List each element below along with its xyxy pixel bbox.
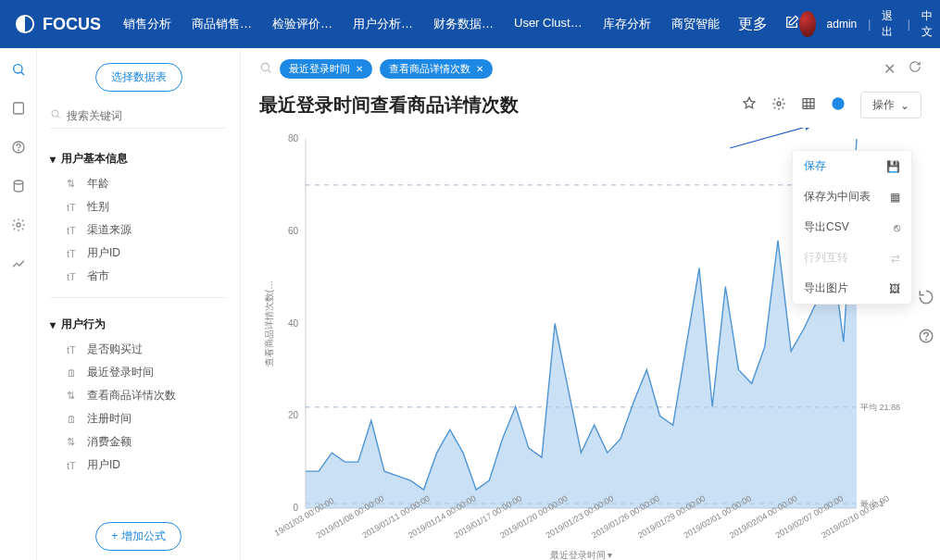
nav-item[interactable]: 用户分析… <box>353 16 413 32</box>
add-formula-button[interactable]: + 增加公式 <box>95 522 181 551</box>
nav-item[interactable]: User Clust… <box>514 16 583 32</box>
download-icon: ⎋ <box>894 221 900 234</box>
user-name[interactable]: admin <box>827 18 858 31</box>
nav-item[interactable]: 库存分析 <box>603 16 651 32</box>
svg-rect-2 <box>13 103 23 114</box>
svg-text:20: 20 <box>288 410 299 420</box>
pin-icon[interactable] <box>742 96 757 115</box>
search-icon[interactable] <box>10 61 27 78</box>
menu-save-as[interactable]: 保存为中间表▦ <box>793 181 911 212</box>
field-row[interactable]: ⇅年龄 <box>50 172 227 195</box>
field-row[interactable]: tT是否购买过 <box>50 338 227 361</box>
table-icon[interactable] <box>801 96 816 115</box>
bookmark-icon[interactable] <box>10 100 27 117</box>
nav-more[interactable]: 更多 <box>738 15 768 34</box>
svg-rect-10 <box>803 98 814 108</box>
menu-export-csv[interactable]: 导出CSV⎋ <box>793 212 911 243</box>
nav-item[interactable]: 商品销售… <box>192 16 252 32</box>
field-row[interactable]: tT性别 <box>50 195 227 218</box>
nav-item[interactable]: 销售分析 <box>123 16 171 32</box>
svg-text:0: 0 <box>293 503 298 513</box>
chart-icon[interactable] <box>831 96 846 115</box>
operation-button[interactable]: 操作⌄ <box>860 92 921 118</box>
svg-point-4 <box>18 150 19 151</box>
svg-point-5 <box>14 180 22 184</box>
save-icon: 💾 <box>886 160 900 173</box>
query-chip[interactable]: 最近登录时间✕ <box>280 59 372 79</box>
search-icon[interactable] <box>259 61 272 78</box>
field-row[interactable]: tT用户ID <box>50 454 227 477</box>
svg-text:40: 40 <box>288 318 299 329</box>
help-circle-icon[interactable] <box>918 328 934 348</box>
database-icon[interactable] <box>10 178 27 194</box>
query-row: 最近登录时间✕ 查看商品详情次数✕ ✕ <box>241 48 940 86</box>
group-user-basic[interactable]: ▾用户基本信息 <box>50 151 227 167</box>
menu-export-image[interactable]: 导出图片🖼 <box>793 273 911 304</box>
close-icon[interactable]: ✕ <box>476 64 483 74</box>
svg-line-39 <box>730 128 812 148</box>
query-chip[interactable]: 查看商品详情次数✕ <box>380 59 493 79</box>
main: 最近登录时间✕ 查看商品详情次数✕ ✕ 最近登录时间查看商品详情次数 操作⌄ 保… <box>241 48 940 560</box>
close-icon[interactable]: ✕ <box>356 64 363 74</box>
field-row[interactable]: tT省市 <box>50 265 227 288</box>
svg-text:查看商品详情次数(…: 查看商品详情次数(… <box>264 280 274 367</box>
svg-point-1 <box>13 65 21 73</box>
trend-icon[interactable] <box>10 255 27 272</box>
choose-table-button[interactable]: 选择数据表 <box>95 63 182 92</box>
nav-item[interactable]: 检验评价… <box>272 16 332 32</box>
group-user-behavior[interactable]: ▾用户行为 <box>50 317 227 332</box>
avatar[interactable] <box>799 11 816 37</box>
field-row[interactable]: tT渠道来源 <box>50 218 227 242</box>
svg-point-41 <box>926 339 927 340</box>
chevron-down-icon: ⌄ <box>900 99 909 112</box>
field-row[interactable]: ⇅查看商品详情次数 <box>50 384 227 407</box>
nav-item[interactable]: 商贸智能 <box>671 16 720 32</box>
gear-icon[interactable] <box>10 217 27 233</box>
gear-icon[interactable] <box>771 96 786 115</box>
logout-link[interactable]: 退出 <box>882 8 896 40</box>
field-row[interactable]: tT用户ID <box>50 242 227 265</box>
title-row: 最近登录时间查看商品详情次数 操作⌄ <box>241 86 940 128</box>
field-row[interactable]: 🗓注册时间 <box>50 407 227 430</box>
svg-text:平均 21.88: 平均 21.88 <box>860 403 900 412</box>
svg-text:最近登录时间 ▾: 最近登录时间 ▾ <box>550 550 613 560</box>
svg-text:60: 60 <box>288 226 299 236</box>
logo[interactable]: FOCUS <box>15 14 101 34</box>
swap-icon: ⇄ <box>891 252 900 265</box>
nav-item[interactable]: 财务数据… <box>433 16 494 32</box>
logo-icon <box>15 14 35 34</box>
top-nav: 销售分析 商品销售… 检验评价… 用户分析… 财务数据… User Clust…… <box>123 16 720 32</box>
edit-icon[interactable] <box>784 15 799 33</box>
image-icon: 🖼 <box>889 282 900 295</box>
svg-text:80: 80 <box>288 133 299 143</box>
user-block: admin | 退出 | 中文 | 帮助 <box>799 8 940 40</box>
top-bar: FOCUS 销售分析 商品销售… 检验评价… 用户分析… 财务数据… User … <box>0 0 940 48</box>
page-title: 最近登录时间查看商品详情次数 <box>259 93 519 118</box>
field-row[interactable]: 🗓最近登录时间 <box>50 361 227 384</box>
menu-transpose: 行列互转⇄ <box>793 243 911 273</box>
clear-icon[interactable]: ✕ <box>884 60 896 78</box>
svg-point-8 <box>261 63 269 70</box>
search-input[interactable] <box>67 109 227 122</box>
menu-save[interactable]: 保存💾 <box>793 151 911 181</box>
search-icon <box>50 108 61 122</box>
lang-link[interactable]: 中文 <box>921 8 935 40</box>
operation-menu: 保存💾 保存为中间表▦ 导出CSV⎋ 行列互转⇄ 导出图片🖼 <box>792 150 912 305</box>
chart-side-toolbar <box>918 289 934 348</box>
svg-point-9 <box>777 102 781 106</box>
table-icon: ▦ <box>890 191 900 204</box>
svg-point-6 <box>17 223 20 227</box>
brand-text: FOCUS <box>43 15 101 34</box>
left-rail <box>0 48 37 560</box>
svg-point-7 <box>52 110 58 117</box>
field-row[interactable]: ⇅消费金额 <box>50 430 227 454</box>
refresh-icon[interactable] <box>909 60 921 78</box>
help-circle-icon[interactable] <box>10 139 27 156</box>
sidebar: 选择数据表 ▾用户基本信息 ⇅年龄 tT性别 tT渠道来源 tT用户ID tT省… <box>37 48 241 560</box>
redo-icon[interactable] <box>918 289 934 309</box>
